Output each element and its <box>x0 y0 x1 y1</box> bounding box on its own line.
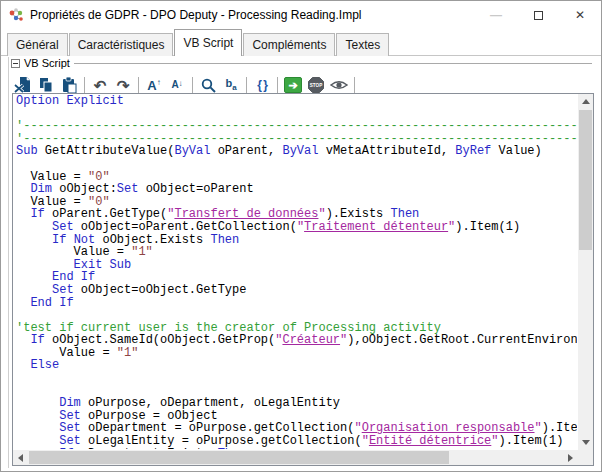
run-icon: ➔ <box>284 77 302 93</box>
paste-button[interactable] <box>59 75 79 95</box>
vertical-scroll-thumb[interactable] <box>579 110 592 250</box>
titlebar: Propriétés de GDPR - DPO Deputy - Proces… <box>1 1 601 29</box>
braces-icon: { } <box>257 78 267 92</box>
code-area[interactable]: Option Explicit'------------------------… <box>16 95 577 449</box>
undo-button[interactable]: ↶ <box>90 75 110 95</box>
font-increase-button[interactable]: A↑ <box>144 75 164 95</box>
horizontal-scroll-thumb[interactable] <box>29 451 449 464</box>
font-increase-icon: A↑ <box>147 79 160 92</box>
tab-bar: Général Caractéristiques VB Script Compl… <box>1 30 601 56</box>
redo-button[interactable]: ↷ <box>113 75 133 95</box>
tab-complements[interactable]: Compléments <box>243 33 335 56</box>
stop-script-button[interactable]: STOP <box>306 75 326 95</box>
scroll-right-arrow[interactable] <box>563 450 578 465</box>
eye-icon <box>330 78 348 92</box>
tab-general[interactable]: Général <box>7 33 68 56</box>
toolbar-separator <box>354 77 355 94</box>
close-button[interactable]: ✕ <box>559 1 601 29</box>
vb-script-group: VB Script <box>8 57 594 468</box>
code-braces-button[interactable]: { } <box>252 75 272 95</box>
redo-icon: ↷ <box>117 78 130 93</box>
font-decrease-icon: A↓ <box>171 80 182 90</box>
app-molecule-icon <box>8 7 24 23</box>
replace-button[interactable]: ba <box>221 75 241 95</box>
cut-script-button[interactable] <box>13 75 33 95</box>
group-label: VB Script <box>24 57 70 69</box>
toolbar-separator <box>138 77 139 94</box>
toolbar-separator <box>84 77 85 94</box>
run-script-button[interactable]: ➔ <box>283 75 303 95</box>
undo-icon: ↶ <box>94 78 107 93</box>
right-triangle-icon <box>568 454 573 462</box>
window-controls: — ✕ <box>475 1 601 29</box>
up-triangle-icon <box>582 99 590 104</box>
horizontal-scrollbar[interactable] <box>13 450 578 465</box>
down-triangle-icon <box>582 440 590 445</box>
minimize-button: — <box>475 1 517 29</box>
toolbar-separator <box>277 77 278 94</box>
paste-icon <box>60 76 78 94</box>
font-decrease-button[interactable]: A↓ <box>167 75 187 95</box>
maximize-button[interactable] <box>517 1 559 29</box>
replace-icon: ba <box>225 78 236 92</box>
copy-icon <box>37 76 55 94</box>
scroll-down-arrow[interactable] <box>578 435 593 450</box>
tab-caracteristiques[interactable]: Caractéristiques <box>69 33 174 56</box>
group-header: VB Script <box>11 57 594 69</box>
scroll-left-arrow[interactable] <box>13 450 28 465</box>
preview-button[interactable] <box>329 75 349 95</box>
scroll-up-arrow[interactable] <box>578 94 593 109</box>
window-title: Propriétés de GDPR - DPO Deputy - Proces… <box>30 8 361 22</box>
properties-dialog: Propriétés de GDPR - DPO Deputy - Proces… <box>0 0 602 472</box>
toolbar-separator <box>246 77 247 94</box>
vertical-scrollbar[interactable] <box>578 94 593 450</box>
find-button[interactable] <box>198 75 218 95</box>
tab-textes[interactable]: Textes <box>336 33 389 56</box>
copy-button[interactable] <box>36 75 56 95</box>
scrollbar-corner <box>578 450 593 465</box>
group-rule <box>74 63 592 64</box>
svg-text:STOP: STOP <box>310 83 322 88</box>
cut-script-icon <box>14 76 32 94</box>
tab-vb-script[interactable]: VB Script <box>174 29 242 56</box>
left-triangle-icon <box>18 454 23 462</box>
maximize-icon <box>534 11 543 20</box>
collapse-toggle-icon[interactable] <box>11 59 20 68</box>
search-icon <box>200 77 217 94</box>
toolbar-separator <box>192 77 193 94</box>
stop-sign-icon: STOP <box>307 76 325 94</box>
vb-script-editor[interactable]: Option Explicit'------------------------… <box>12 93 594 466</box>
